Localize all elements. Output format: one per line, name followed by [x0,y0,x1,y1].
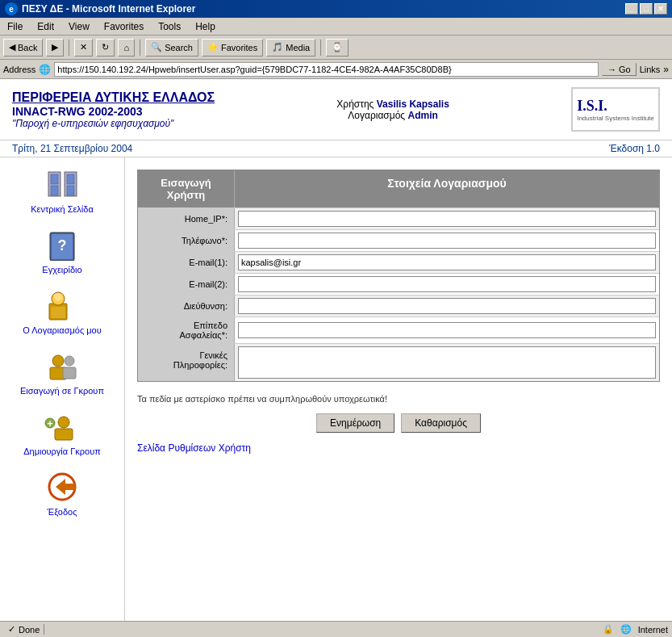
sidebar-label-join-group: Εισαγωγή σε Γκρουπ [20,386,104,396]
svg-text:+: + [48,417,54,430]
input-email2[interactable] [238,276,656,292]
back-button[interactable]: ◀ Back [3,39,43,57]
input-security[interactable] [238,322,656,338]
svg-rect-5 [67,186,74,195]
svg-point-15 [65,356,74,366]
sidebar-item-manual[interactable]: ? Εγχειρίδιο [42,226,82,274]
favorites-button[interactable]: ⭐ Favorites [202,39,263,57]
input-email1[interactable] [238,254,656,270]
home-button[interactable]: ⌂ [118,39,135,57]
sidebar-label-exit: Έξοδος [48,507,77,517]
content-area: Εισαγωγή Χρήστη Στοιχεία Λογαριασμού Hom… [125,157,672,621]
svg-marker-22 [56,479,75,495]
input-home-ip[interactable] [238,211,656,227]
stop-icon: ✕ [80,42,87,52]
address-input[interactable] [54,62,599,77]
history-button[interactable]: ⌚ [326,39,349,57]
links-label: Links [640,65,661,74]
menu-favorites[interactable]: Favorites [100,19,148,34]
header-title-block: ΠΕΡΙΦΕΡΕΙΑ ΔΥΤΙΚΗΣ ΕΛΛΑΔΟΣ INNACT-RWG 20… [12,90,215,129]
form-row-notes: Γενικές Πληροφορίες: [138,343,659,381]
svg-rect-12 [51,307,65,318]
close-button[interactable]: ✕ [654,3,667,15]
media-icon: 🎵 [272,42,283,52]
sidebar-label-manual: Εγχειρίδιο [42,265,81,274]
datebar: Τρίτη, 21 Σεπτεμβρίου 2004 Έκδοση 1.0 [0,140,672,157]
required-note: Τα πεδία με αστερίσκο πρέπει να συμπληρω… [137,394,660,404]
form-header-left: Εισαγωγή Χρήστη [138,170,235,207]
form-container: Εισαγωγή Χρήστη Στοιχεία Λογαριασμού Hom… [137,170,660,382]
window-controls[interactable]: _ □ ✕ [625,3,667,15]
home-icon: ⌂ [123,43,129,52]
toolbar: ◀ Back ▶ ✕ ↻ ⌂ 🔍 Search ⭐ Favorites 🎵 Me… [0,36,672,60]
update-button[interactable]: Ενημέρωση [316,413,394,433]
form-header-row: Εισαγωγή Χρήστη Στοιχεία Λογαριασμού [138,170,659,207]
form-buttons: Ενημέρωση Καθαρισμός [137,413,660,433]
exit-sidebar-icon [42,468,82,505]
form-row-address: Διεύθυνση: [138,295,659,316]
separator-2 [140,40,140,56]
account-label: Λογαριασμός [348,110,405,121]
minimize-button[interactable]: _ [625,3,638,15]
header-user-block: Χρήστης Vasilis Kapsalis Λογαριασμός Adm… [336,98,449,121]
forward-button[interactable]: ▶ [46,39,64,57]
addressbar: Address 🌐 → Go Links » [0,60,672,79]
input-phone[interactable] [238,233,656,249]
address-icon: 🌐 [39,64,51,75]
status-text: Done [19,625,40,635]
menu-help[interactable]: Help [191,19,219,34]
sidebar-item-exit[interactable]: Έξοδος [42,468,82,517]
clear-button[interactable]: Καθαρισμός [401,413,481,433]
project-subtitle: "Παροχή e-υπηρεσιών εφησυχασμού" [12,118,215,129]
favorites-icon: ⭐ [207,42,219,52]
menu-edit[interactable]: Edit [33,19,58,34]
label-notes: Γενικές Πληροφορίες: [138,344,235,381]
form-row-phone: Τηλέφωνο*: [138,229,659,251]
sidebar-label-create-group: Δημιουργία Γκρουπ [23,446,101,456]
status-text-zone: ✓ Done [4,624,44,635]
status-right: 🔒 🌐 Internet [603,624,668,635]
status-done-icon: ✓ [8,624,15,635]
svg-rect-2 [51,174,58,184]
page-content: ΠΕΡΙΦΕΡΕΙΑ ΔΥΤΙΚΗΣ ΕΛΛΑΔΟΣ INNACT-RWG 20… [0,79,672,621]
stop-button[interactable]: ✕ [74,39,93,57]
username-display: Vasilis Kapsalis [377,98,449,110]
internet-zone-icon: 🌐 [620,624,632,635]
svg-text:?: ? [58,237,67,254]
search-button[interactable]: 🔍 Search [145,39,198,57]
internet-zone-label: Internet [638,625,668,635]
maximize-button[interactable]: □ [640,3,653,15]
form-row-security: Επίπεδο Ασφαλείας*: [138,316,659,343]
input-address[interactable] [238,298,656,314]
links-arrow-icon: » [663,64,669,75]
menu-tools[interactable]: Tools [154,19,185,34]
refresh-button[interactable]: ↻ [96,39,115,57]
menu-view[interactable]: View [65,19,94,34]
media-button[interactable]: 🎵 Media [266,39,315,57]
logo-text: I.S.I. [577,98,654,115]
user-label: Χρήστης [336,98,374,110]
sidebar-label-home: Κεντρική Σελίδα [31,204,94,214]
menu-file[interactable]: File [3,19,27,34]
separator-3 [320,40,321,56]
account-value: Admin [407,110,437,121]
label-email2: E-mail(2): [138,274,235,295]
svg-rect-3 [67,174,74,184]
history-icon: ⌚ [332,42,343,52]
forward-arrow-icon: ▶ [52,42,58,52]
input-notes[interactable] [238,346,656,379]
svg-rect-18 [55,429,73,440]
create-group-sidebar-icon: + [42,408,82,444]
separator-1 [69,40,69,56]
svg-rect-4 [51,186,58,195]
org-title: ΠΕΡΙΦΕΡΕΙΑ ΔΥΤΙΚΗΣ ΕΛΛΑΔΟΣ [12,90,215,105]
sidebar-item-join-group[interactable]: Εισαγωγή σε Γκρουπ [20,347,104,396]
go-button[interactable]: → Go [602,63,637,76]
sidebar-item-account[interactable]: Ο Λογαριασμός μου [23,287,101,335]
join-group-sidebar-icon [42,347,82,383]
sidebar-item-home[interactable]: Κεντρική Σελίδα [31,166,94,214]
settings-link[interactable]: Σελίδα Ρυθμίσεων Χρήστη [137,442,251,454]
project-title: INNACT-RWG 2002-2003 [12,105,215,118]
svg-point-13 [52,355,64,367]
sidebar-item-create-group[interactable]: + Δημιουργία Γκρουπ [23,408,101,456]
